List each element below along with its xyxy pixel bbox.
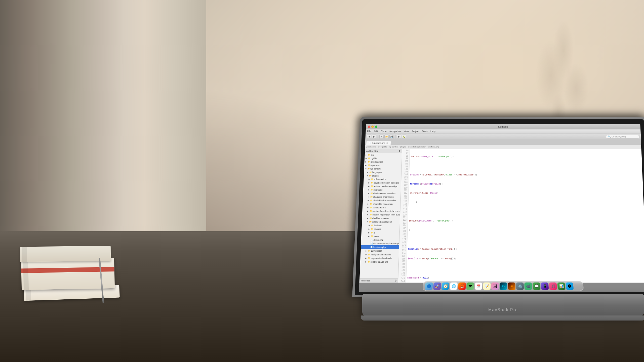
menu-navigation[interactable]: Navigation bbox=[389, 130, 401, 132]
menu-project[interactable]: Project bbox=[412, 130, 419, 132]
menu-code[interactable]: Code bbox=[381, 130, 387, 132]
code-line-97 bbox=[410, 164, 641, 167]
toolbar: ◀ ▶ + 📂 💾 ▶ 🐛 🔍 Go to Anything bbox=[365, 133, 641, 140]
tree-item-anti-shortcode[interactable]: ▶📁anti-shortcode-any-widget bbox=[363, 185, 401, 188]
tree-item-charitable-avatar[interactable]: ▶📁charitable-view-avatar bbox=[363, 202, 400, 206]
code-line-107: $results = array('errors' => array()); bbox=[408, 257, 644, 260]
toolbar-debug[interactable]: 🐛 bbox=[402, 134, 406, 139]
tree-item-plugins[interactable]: ▼📂plugins bbox=[364, 174, 401, 177]
ln-144: 144 bbox=[398, 280, 406, 283]
toolbar-forward[interactable]: ▶ bbox=[372, 134, 376, 139]
tree-item-views[interactable]: ▶📁views bbox=[361, 235, 399, 238]
tree-item-layerslider[interactable]: ▶📁LayerSlider bbox=[360, 249, 399, 253]
toolbar-save[interactable]: 💾 bbox=[389, 134, 394, 139]
toolbar-new[interactable]: + bbox=[379, 134, 384, 139]
ln-109: 109 bbox=[401, 184, 409, 187]
dock-safari-icon[interactable]: 🧭 bbox=[441, 283, 449, 290]
ln-126: 126 bbox=[400, 230, 408, 233]
close-button[interactable] bbox=[368, 125, 370, 128]
tree-item-debug-php[interactable]: ▶📄debug.php bbox=[361, 238, 399, 242]
ln-97: 97 bbox=[402, 152, 410, 155]
tree-item-custom-reg[interactable]: ▶📁custom-registration-form-builder-with-… bbox=[362, 213, 400, 216]
tree-item-wp-admin[interactable]: ▶📁wp-admin bbox=[364, 164, 402, 167]
dock-firefox-icon[interactable]: 🦊 bbox=[458, 283, 466, 290]
dock-photoshop-icon[interactable]: Ps bbox=[500, 283, 507, 290]
tree-item-charitable-ambassadors[interactable]: ▶📁charitable-ambassadors bbox=[363, 192, 401, 195]
dock-calendar-icon[interactable]: 📅 bbox=[475, 283, 482, 290]
book-3 bbox=[20, 246, 111, 262]
tree-item-backend[interactable]: ▶📁backend bbox=[362, 224, 400, 227]
dock-launchpad-icon[interactable]: 🚀 bbox=[433, 283, 441, 290]
dock-music-icon[interactable]: 🎵 bbox=[549, 283, 557, 290]
dock-numbers-icon[interactable]: 📊 bbox=[557, 283, 565, 290]
tree-item-test[interactable]: ▶📁test bbox=[365, 153, 402, 157]
ln-115: 115 bbox=[400, 200, 408, 203]
tree-item-charitable-lic[interactable]: ▶📁charitable-license-seeker bbox=[363, 199, 400, 202]
goto-icon: 🔍 bbox=[608, 135, 611, 138]
ln-104: 104 bbox=[401, 170, 409, 173]
tree-item-disable-comments[interactable]: ▶📁disable-comments bbox=[362, 216, 400, 220]
ln-101: 101 bbox=[402, 163, 409, 165]
ln-121: 121 bbox=[400, 216, 408, 219]
code-editor[interactable]: 96 97 98 99 100 101 102 103 104 105 106 bbox=[398, 149, 644, 283]
menu-file[interactable]: File bbox=[367, 130, 371, 132]
dock-notes-icon[interactable]: 📝 bbox=[483, 283, 491, 290]
code-line-108 bbox=[408, 267, 644, 270]
tree-item-cgi-bin[interactable]: ▶📁cgi-bin bbox=[365, 157, 402, 160]
ln-122: 122 bbox=[400, 219, 408, 222]
code-content[interactable]: include($view_path . 'header.php'); $fie… bbox=[406, 149, 644, 283]
tab-close-btn[interactable]: ✕ bbox=[386, 142, 388, 144]
tree-item-classes[interactable]: ▶📁classes bbox=[361, 227, 399, 231]
menu-view[interactable]: View bbox=[404, 130, 409, 132]
toolbar-sep-2 bbox=[395, 134, 395, 139]
ln-96: 96 bbox=[402, 150, 410, 152]
dock-messages-icon[interactable]: 💬 bbox=[533, 283, 540, 290]
dock-appstore-icon[interactable]: 🅐 bbox=[566, 283, 574, 290]
tree-item-languages[interactable]: ▶📁languages bbox=[364, 170, 401, 174]
menu-tools[interactable]: Tools bbox=[422, 130, 427, 132]
dock-chrome-icon[interactable]: 🌐 bbox=[450, 283, 458, 290]
projects-gear[interactable]: ⚙ bbox=[394, 279, 396, 282]
menu-help[interactable]: Help bbox=[430, 130, 435, 132]
maximize-button[interactable] bbox=[375, 125, 377, 128]
code-line-105 bbox=[408, 238, 644, 242]
tree-item-cf7-nodb[interactable]: ▶📁contact-form-7-no-database-extension bbox=[362, 209, 400, 213]
toolbar-open[interactable]: 📂 bbox=[384, 134, 389, 139]
main-area: public_html ⚙ ▶📁test ▶📁cgi-bin bbox=[359, 149, 644, 283]
dock-preferences-icon[interactable]: ⚙️ bbox=[516, 283, 524, 290]
ln-120: 120 bbox=[400, 213, 408, 216]
file-tree-options[interactable]: ⚙ bbox=[398, 150, 400, 152]
ln-130: 130 bbox=[399, 241, 407, 244]
dock-illustrator-icon[interactable]: Ai bbox=[508, 283, 515, 290]
minimize-button[interactable] bbox=[371, 125, 374, 128]
tree-item-dis-extended[interactable]: ▶📄dis-extended-registration.php bbox=[361, 242, 399, 245]
tree-item-acf-pro[interactable]: ▶📁advanced-custom-fields-pro bbox=[364, 181, 401, 185]
tree-item-relative-img[interactable]: ▶📁relative-image-urls bbox=[360, 260, 399, 264]
ln-134: 134 bbox=[399, 252, 407, 255]
code-line-96: include($view_path . 'header.php'); bbox=[411, 155, 641, 158]
menu-edit[interactable]: Edit bbox=[374, 130, 378, 132]
dock-maps-icon[interactable]: 🗺 bbox=[466, 283, 474, 290]
tab-functions-php[interactable]: 📄 functions.php ✕ bbox=[366, 141, 391, 145]
tree-item-acf[interactable]: ▶📁acf-accordion bbox=[364, 177, 401, 181]
tree-item-pfcpmsadmin[interactable]: ▶📁pfcpmsadmin bbox=[364, 160, 401, 164]
toolbar-back[interactable]: ◀ bbox=[367, 134, 371, 139]
tree-item-charitable-anon[interactable]: ▶📁charitable-anonymous bbox=[363, 195, 400, 199]
tree-item-wp-content[interactable]: ▼📂wp-content bbox=[364, 167, 401, 170]
tree-item-js[interactable]: ▶📁js bbox=[361, 231, 399, 234]
ln-139: 139 bbox=[398, 266, 406, 268]
code-line-104: } bbox=[409, 229, 644, 232]
dock-facetime-icon[interactable]: 📹 bbox=[524, 283, 532, 290]
tree-item-regen-thumbs[interactable]: ▶📁regenerate-thumbnails bbox=[360, 256, 399, 260]
tree-item-functions-php[interactable]: ▶📄functions.php bbox=[361, 245, 399, 249]
toolbar-run[interactable]: ▶ bbox=[397, 134, 401, 139]
goto-anything-input[interactable]: 🔍 Go to Anything bbox=[606, 135, 639, 138]
dock-finder-icon[interactable]: 🔵 bbox=[425, 283, 433, 290]
dock-iphone-icon[interactable]: 📱 bbox=[541, 283, 549, 290]
tree-item-cf7[interactable]: ▶📁contact-form-7 bbox=[363, 206, 400, 209]
tree-item-extended-reg[interactable]: ▼📂extended-registration bbox=[362, 220, 400, 223]
tree-item-charitable[interactable]: ▶📁charitable bbox=[363, 188, 401, 192]
dock-photos-icon[interactable]: 🖼 bbox=[491, 283, 499, 290]
code-line-100: er_render_field($field); bbox=[410, 192, 642, 195]
tree-item-captcha[interactable]: ▶📁really-simple-captcha bbox=[360, 253, 399, 256]
